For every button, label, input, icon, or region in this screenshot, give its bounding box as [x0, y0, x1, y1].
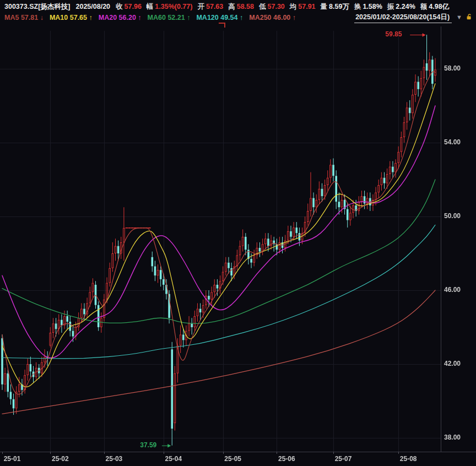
kline-chart-area: 58.00 54.00 50.00 46.00 42.00 38.00 25-0… [0, 26, 476, 466]
quote-date: 2025/08/20 [75, 3, 110, 10]
x-axis-label: 25-05 [218, 455, 248, 463]
field-value: 57.91 [298, 3, 315, 10]
kline-chart-canvas[interactable] [0, 26, 476, 466]
quote-field: 额4.98亿 [420, 2, 449, 12]
ma-direction-arrow: ↑ [293, 14, 296, 21]
quote-field: 幅1.35%(0.77) [147, 2, 193, 12]
x-axis-label: 25-04 [158, 455, 189, 463]
quote-field: 均57.91 [290, 2, 316, 12]
ma-direction-arrow: ↑ [187, 14, 190, 21]
ma-legend-item: MA5 57.81 ↓ [4, 13, 44, 23]
field-value: 2.24% [396, 3, 415, 10]
y-axis-label: 50.00 [444, 212, 473, 220]
ma-legend: MA5 57.81 ↓MA10 57.65 ↑MA20 56.20 ↑MA60 … [4, 13, 302, 23]
quote-field: 量8.59万 [321, 2, 349, 12]
ma-legend-item: MA120 49.54 ↑ [196, 13, 243, 23]
y-axis-label: 46.00 [444, 286, 473, 294]
quote-field: 振2.24% [387, 2, 415, 12]
ma-legend-item: MA10 57.65 ↑ [50, 13, 93, 23]
y-axis-label: 38.00 [444, 434, 473, 441]
x-axis-label: 25-07 [328, 455, 359, 463]
ma-direction-arrow: ↑ [138, 14, 141, 21]
quote-field: 换1.58% [354, 2, 382, 12]
ma-direction-arrow: ↓ [40, 14, 44, 21]
field-value: 1.35%(0.77) [155, 3, 192, 10]
y-axis-label: 54.00 [444, 138, 473, 146]
ma-legend-item: MA60 52.21 ↑ [148, 13, 191, 23]
quote-field: 低57.30 [259, 2, 285, 12]
ma-direction-arrow: ↑ [240, 14, 243, 21]
ma-direction-arrow: ↑ [89, 14, 93, 21]
quote-header: 300373.SZ[扬杰科技]2025/08/20收57.96幅1.35%(0.… [0, 0, 476, 26]
date-range-text[interactable]: 2025/01/02-2025/08/20(154日) [354, 13, 452, 23]
x-axis-label: 25-03 [99, 455, 129, 463]
unlock-icon[interactable] [466, 13, 473, 23]
x-axis-label: 25-06 [271, 455, 302, 463]
field-value: 1.58% [363, 3, 382, 10]
field-value: 4.98亿 [429, 3, 449, 10]
quote-field: 高58.58 [228, 2, 254, 12]
field-value: 58.58 [237, 3, 254, 10]
ma-legend-item: MA20 56.20 ↑ [99, 13, 142, 23]
date-range-selector[interactable]: 2025/01/02-2025/08/20(154日)▼ [354, 13, 473, 23]
quote-field: 开57.63 [197, 2, 223, 12]
x-axis-label: 25-02 [45, 455, 75, 463]
quote-row: 300373.SZ[扬杰科技]2025/08/20收57.96幅1.35%(0.… [4, 2, 454, 12]
x-axis-label: 25-01 [0, 455, 28, 463]
field-value: 57.63 [206, 3, 223, 10]
x-axis-label: 25-08 [393, 455, 424, 463]
quote-field: 收57.96 [116, 2, 142, 12]
field-value: 57.30 [268, 3, 285, 10]
y-axis-label: 58.00 [444, 64, 473, 72]
high-price-annotation: 59.85 [386, 30, 402, 38]
symbol-title: 300373.SZ[扬杰科技] [4, 3, 70, 10]
ma-legend-item: MA250 46.00 ↑ [249, 13, 296, 23]
low-price-annotation: 37.59 [140, 441, 156, 449]
chevron-down-icon[interactable]: ▼ [456, 13, 462, 22]
y-axis-label: 42.00 [444, 360, 473, 367]
field-value: 8.59万 [329, 3, 349, 10]
field-value: 57.96 [125, 3, 142, 10]
